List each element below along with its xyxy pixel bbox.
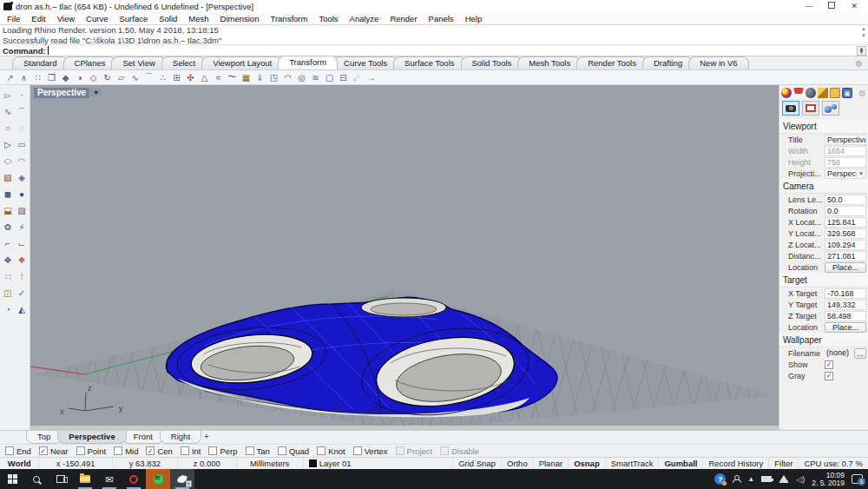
minimize-button[interactable]: —	[805, 2, 812, 10]
orient-tool-icon[interactable]: ◫	[1, 285, 15, 301]
camera-place-button[interactable]: Place...	[825, 262, 866, 273]
target-y-value[interactable]: 149.332	[825, 300, 866, 310]
chamfer-icon[interactable]: ⌙	[15, 235, 29, 252]
copy-icon[interactable]: ❐	[45, 71, 58, 84]
twist-icon[interactable]: ∿	[128, 71, 141, 84]
surface-3pt-icon[interactable]: ▧	[1, 169, 15, 186]
camera-distance-value[interactable]: 271.081	[825, 251, 866, 261]
viewport-title-value[interactable]: Perspective	[825, 135, 866, 145]
osnap-int-checkbox[interactable]	[181, 446, 189, 455]
clock-tray[interactable]: 10:09 2. 5. 2019	[812, 472, 845, 487]
start-button[interactable]	[0, 469, 24, 489]
menu-render[interactable]: Render	[390, 14, 417, 23]
osnap-disable[interactable]: Disable	[440, 446, 479, 456]
osnap-vertex[interactable]: Vertex	[353, 446, 388, 456]
osnap-perp-checkbox[interactable]	[208, 446, 217, 455]
osnap-knot-checkbox[interactable]	[317, 446, 326, 455]
menu-edit[interactable]: Edit	[31, 14, 45, 23]
wallpaper-toggle[interactable]	[802, 101, 819, 116]
flow-icon[interactable]: ≈	[212, 71, 225, 84]
tab-curve-tools[interactable]: Curve Tools	[332, 56, 398, 69]
cplane-button[interactable]: World	[0, 458, 39, 469]
osnap-mid-checkbox[interactable]	[114, 446, 122, 455]
tab-transform[interactable]: Transform	[278, 56, 338, 69]
bend-icon[interactable]: ⌒	[142, 71, 155, 84]
projection-dropdown-icon[interactable]: ▼	[857, 169, 866, 179]
viewport-tab-right[interactable]: Right	[160, 431, 201, 444]
osnap-near-checkbox[interactable]: ✓	[39, 446, 48, 455]
splop-icon[interactable]: ◠	[281, 71, 294, 84]
projection-value[interactable]: Perspec...	[825, 169, 857, 179]
point-icon[interactable]: ·	[15, 87, 29, 103]
render-tab-icon[interactable]	[806, 88, 816, 98]
notes-tab-icon[interactable]	[818, 88, 828, 98]
menu-help[interactable]: Help	[465, 14, 483, 23]
osnap-near[interactable]: ✓Near	[39, 446, 69, 456]
tab-surface-tools[interactable]: Surface Tools	[393, 56, 465, 69]
menu-panels[interactable]: Panels	[429, 14, 454, 23]
array-rect-icon[interactable]: ⊞	[170, 71, 183, 84]
render-tool-icon[interactable]: ◭	[15, 301, 29, 318]
orient-on-surface-icon[interactable]: ◳	[267, 71, 280, 84]
osnap-perp[interactable]: Perp	[208, 446, 237, 456]
people-tray-icon[interactable]	[733, 475, 740, 483]
planar-toggle[interactable]: Planar	[534, 458, 569, 469]
web-browser-tab-icon[interactable]: ▣	[842, 88, 852, 98]
polyline-icon[interactable]: ▷	[1, 136, 15, 153]
render-settings-toggle[interactable]	[822, 101, 839, 116]
rotate-icon[interactable]: ↻	[101, 71, 114, 84]
volume-icon[interactable]: ◁)	[796, 475, 805, 484]
command-history[interactable]: Loading Rhino Render, version 1.50, May …	[0, 24, 868, 45]
array-icon[interactable]: ∷	[31, 71, 44, 84]
lens-length-value[interactable]: 50.0	[825, 195, 866, 205]
command-line[interactable]: Command: ▲▼	[0, 45, 868, 56]
viewport-menu-chevron-icon[interactable]: ▼	[90, 89, 102, 96]
rotation-value[interactable]: 0.0	[825, 206, 866, 216]
curve-handles-icon[interactable]: ⌒	[15, 103, 29, 120]
menu-file[interactable]: File	[7, 14, 20, 23]
osnap-quad[interactable]: Quad	[278, 446, 309, 456]
osnap-cen[interactable]: ✓Cen	[146, 446, 172, 456]
add-viewport-button[interactable]: +	[197, 431, 216, 442]
smarttrack-toggle[interactable]: SmartTrack	[606, 458, 660, 469]
viewport-properties-toggle[interactable]	[782, 101, 799, 116]
drag-icon[interactable]: ❖	[15, 252, 29, 268]
perspective-viewport[interactable]: Perspective ▼	[30, 85, 779, 430]
wallpaper-gray-checkbox[interactable]: ✓	[825, 372, 833, 380]
spotify-button[interactable]	[146, 469, 170, 489]
boolean-difference-icon[interactable]: ⚡	[15, 219, 29, 235]
scroll-up-icon[interactable]: ▲	[861, 26, 866, 31]
scroll-down-icon[interactable]: ▼	[861, 33, 866, 38]
target-place-button[interactable]: Place...	[825, 322, 866, 333]
move-tool-icon[interactable]: ✥	[1, 252, 15, 268]
tab-set-view[interactable]: Set View	[111, 56, 166, 69]
osnap-knot[interactable]: Knot	[317, 446, 345, 456]
drone-model[interactable]	[167, 297, 557, 426]
opera-button[interactable]	[122, 469, 146, 489]
select-icon[interactable]: ▻	[1, 87, 15, 103]
osnap-cen-checkbox[interactable]: ✓	[146, 446, 155, 455]
rotate-3d-icon[interactable]: ◑	[73, 71, 86, 84]
circle-icon[interactable]: ○	[1, 120, 15, 136]
panel-gear-icon[interactable]: ⚙	[858, 89, 866, 98]
menu-curve[interactable]: Curve	[86, 14, 108, 23]
arc-icon[interactable]: ◠	[15, 153, 29, 169]
osnap-point-checkbox[interactable]	[76, 446, 85, 455]
restore-button[interactable]	[828, 2, 835, 9]
box-icon[interactable]: ◼	[1, 186, 15, 202]
osnap-vertex-checkbox[interactable]	[353, 446, 362, 455]
filter-toggle[interactable]: Filter	[769, 458, 799, 469]
flow-along-surface-icon[interactable]: ≋	[309, 71, 322, 84]
maelstrom-icon[interactable]: ◎	[295, 71, 308, 84]
mirror-icon[interactable]: ∧	[17, 71, 30, 84]
menu-surface[interactable]: Surface	[119, 14, 148, 23]
rotate-tool-icon[interactable]: ◔	[1, 301, 15, 318]
tray-chevron-up-icon[interactable]: ▲	[747, 475, 754, 483]
scale-icon[interactable]: ◇	[87, 71, 100, 84]
wallpaper-browse-button[interactable]: ...	[854, 348, 866, 359]
camera-y-value[interactable]: 329.568	[825, 228, 866, 239]
wifi-icon[interactable]	[779, 475, 789, 483]
files-tab-icon[interactable]	[830, 88, 840, 98]
layers-tab-icon[interactable]	[793, 88, 804, 98]
vertical-array-icon[interactable]: ⁝	[15, 268, 29, 285]
